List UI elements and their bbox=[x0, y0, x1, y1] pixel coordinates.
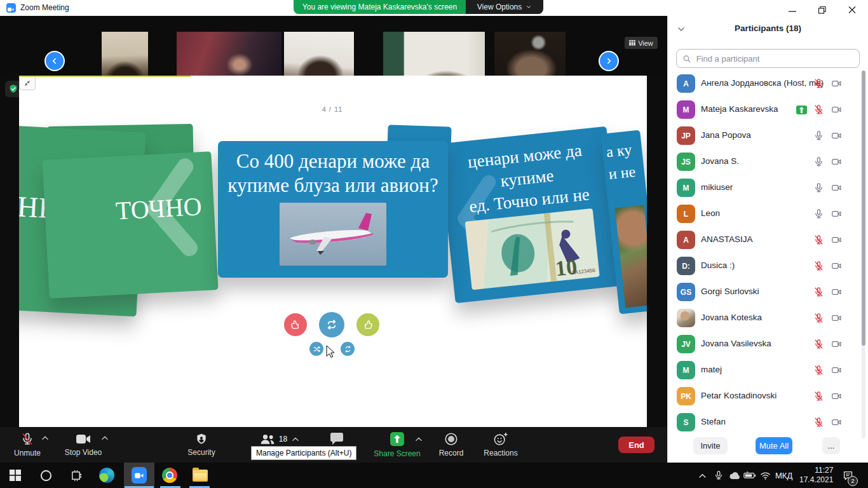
view-label: View bbox=[638, 39, 653, 47]
avatar: GS bbox=[677, 283, 695, 301]
end-meeting-button[interactable]: End bbox=[618, 437, 654, 453]
participant-row[interactable]: PK Petar Kostadinovski bbox=[668, 383, 868, 409]
camera-icon bbox=[831, 130, 843, 141]
reactions-icon bbox=[493, 432, 508, 446]
camera-icon bbox=[831, 208, 843, 219]
panel-scrollbar[interactable] bbox=[862, 71, 865, 438]
card-blue-question[interactable]: Со 400 денари може да купиме блуза или а… bbox=[218, 141, 448, 278]
view-options-button[interactable]: View Options bbox=[466, 0, 543, 14]
participant-row[interactable]: JP Jana Popova bbox=[668, 123, 868, 149]
camera-icon bbox=[831, 234, 843, 245]
airplane-image bbox=[280, 203, 386, 266]
more-options-button[interactable]: ... bbox=[822, 437, 840, 454]
video-options-chevron[interactable] bbox=[100, 435, 109, 441]
mic-icon bbox=[813, 182, 824, 193]
edge-icon[interactable] bbox=[99, 468, 114, 483]
participant-row[interactable]: M matej bbox=[668, 357, 868, 383]
clock[interactable]: 11:2717.4.2021 bbox=[799, 463, 833, 488]
participant-row[interactable]: A Ангела Јордановска (Host, me) bbox=[668, 71, 868, 97]
tray-chevron-up[interactable] bbox=[698, 463, 707, 488]
reactions-button[interactable]: Reactions bbox=[479, 428, 522, 461]
avatar: PK bbox=[677, 387, 695, 405]
security-button[interactable]: Security bbox=[179, 428, 224, 461]
zoom-taskbar-icon[interactable] bbox=[132, 468, 147, 483]
task-view-button[interactable] bbox=[68, 468, 83, 483]
file-explorer-icon[interactable] bbox=[193, 468, 208, 483]
chat-icon bbox=[329, 432, 344, 446]
camera-icon bbox=[831, 104, 843, 115]
view-layout-button[interactable]: View bbox=[625, 37, 658, 49]
tray-battery-icon[interactable] bbox=[743, 463, 756, 488]
thumbs-up-button[interactable] bbox=[356, 313, 379, 336]
zoom-app-icon bbox=[6, 3, 16, 13]
participant-row[interactable]: M Mateja Kaskarevska bbox=[668, 97, 868, 123]
banknote-image: 10 AA123456 bbox=[465, 208, 600, 290]
tray-onedrive-icon[interactable] bbox=[728, 463, 741, 488]
card-blue-right[interactable]: ценари може да купиме ед. Точно или не т… bbox=[439, 126, 623, 303]
camera-icon bbox=[831, 261, 843, 271]
invite-button[interactable]: Invite bbox=[693, 437, 728, 454]
language-indicator[interactable]: МКД bbox=[775, 463, 792, 488]
mute-all-button[interactable]: Mute All bbox=[756, 437, 792, 454]
close-button[interactable] bbox=[848, 5, 858, 13]
participant-row[interactable]: L Leon bbox=[668, 201, 868, 227]
muted-mic-icon bbox=[813, 313, 824, 323]
stop-video-button[interactable]: Stop Video bbox=[61, 428, 105, 461]
zoom-meeting-window: Zoom Meeting You are viewing Mateja Kask… bbox=[0, 0, 868, 488]
shuffle-button[interactable] bbox=[309, 342, 323, 356]
participant-name: Dusica :) bbox=[701, 261, 735, 270]
chevron-down-icon bbox=[526, 4, 532, 10]
restore-button[interactable] bbox=[818, 5, 828, 13]
tray-wifi-icon[interactable] bbox=[760, 463, 771, 488]
participant-row[interactable]: M mikiuser bbox=[668, 175, 868, 201]
stop-video-label: Stop Video bbox=[65, 448, 102, 457]
start-button[interactable] bbox=[8, 468, 23, 483]
reactions-label: Reactions bbox=[484, 449, 517, 458]
restart-button[interactable] bbox=[341, 342, 355, 356]
participant-row[interactable]: Jovana Koteska bbox=[668, 305, 868, 331]
card-green-tochno[interactable]: ТОЧНО bbox=[42, 151, 218, 299]
minimize-button[interactable] bbox=[788, 5, 798, 13]
participant-name: Jovana Vasilevska bbox=[701, 339, 771, 348]
camera-icon bbox=[831, 156, 843, 167]
participant-row[interactable]: JV Jovana Vasilevska bbox=[668, 331, 868, 357]
unmute-button[interactable]: Unmute bbox=[5, 428, 50, 461]
mouse-cursor bbox=[325, 345, 337, 358]
card-text-line: а ку bbox=[605, 139, 634, 163]
record-button[interactable]: Record bbox=[430, 428, 473, 461]
muted-mic-icon bbox=[813, 261, 824, 271]
exit-fullscreen-button[interactable] bbox=[19, 76, 36, 90]
share-screen-icon bbox=[390, 431, 405, 447]
banknote-value: 10 bbox=[554, 255, 578, 281]
share-border-line bbox=[19, 76, 191, 77]
share-options-chevron[interactable] bbox=[414, 436, 423, 442]
avatar: A bbox=[677, 231, 695, 249]
tray-mic-icon[interactable] bbox=[714, 463, 724, 488]
video-filmstrip: Stefan Dusica :) Gorgi Surlov... Иво Веи… bbox=[0, 16, 667, 76]
participant-row[interactable]: D: Dusica :) bbox=[668, 253, 868, 279]
cortana-button[interactable] bbox=[38, 468, 53, 483]
previous-videos-button[interactable] bbox=[44, 51, 65, 71]
avatar: JV bbox=[677, 335, 695, 353]
avatar: A bbox=[677, 74, 695, 93]
participant-row[interactable]: S Stefan bbox=[668, 409, 868, 435]
share-screen-button[interactable]: Share Screen bbox=[371, 428, 423, 461]
muted-mic-icon bbox=[813, 391, 824, 402]
muted-mic-icon bbox=[813, 104, 824, 115]
avatar: M bbox=[677, 179, 695, 197]
next-videos-button[interactable] bbox=[599, 51, 619, 71]
scrollbar-thumb[interactable] bbox=[862, 71, 865, 346]
participant-row[interactable]: A ANASTASIJA bbox=[668, 227, 868, 253]
participants-options-chevron[interactable] bbox=[291, 436, 300, 442]
participants-list: A Ангела Јордановска (Host, me) M Mateja… bbox=[668, 16, 868, 463]
flip-card-button[interactable] bbox=[319, 312, 344, 337]
participant-row[interactable]: GS Gorgi Surlovski bbox=[668, 279, 868, 305]
mic-options-chevron[interactable] bbox=[41, 435, 50, 441]
video-camera-icon bbox=[76, 433, 91, 445]
avatar: M bbox=[677, 361, 695, 379]
participant-row[interactable]: JS Jovana S. bbox=[668, 149, 868, 175]
chrome-icon[interactable] bbox=[162, 468, 177, 483]
participant-name: Ангела Јордановска (Host, me) bbox=[701, 78, 824, 88]
mic-icon bbox=[813, 208, 824, 219]
thumbs-down-button[interactable] bbox=[284, 313, 307, 336]
